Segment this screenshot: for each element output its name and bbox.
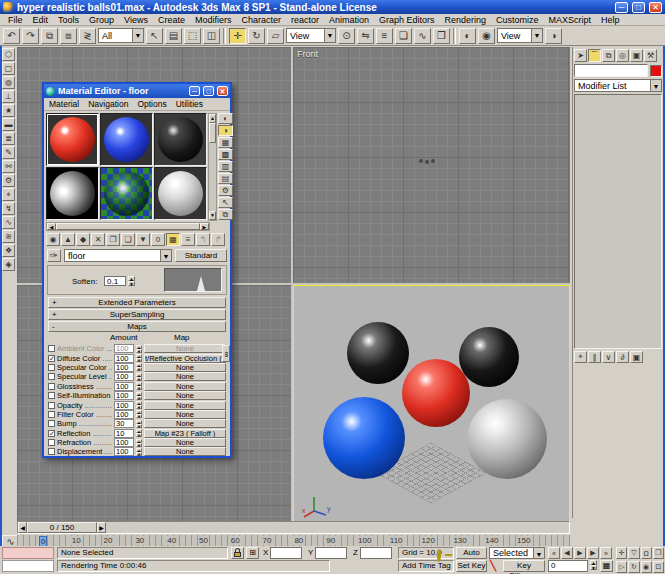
- material-type-button[interactable]: Standard: [175, 249, 227, 262]
- red-ball[interactable]: [402, 359, 470, 427]
- tool-diamond-icon[interactable]: ❖: [2, 244, 15, 257]
- minimize-button[interactable]: ─: [189, 86, 200, 96]
- amount-spinner[interactable]: ▲▼: [136, 373, 142, 381]
- modifier-list-combo[interactable]: Modifier List▼: [574, 79, 662, 92]
- amount-spinner[interactable]: ▲▼: [136, 448, 142, 456]
- show-map-in-viewport-icon[interactable]: ▦: [166, 233, 180, 246]
- menu-item[interactable]: Customize: [492, 15, 543, 25]
- undo-icon[interactable]: ↶: [3, 28, 20, 44]
- minimize-button[interactable]: ─: [615, 2, 628, 13]
- tool-waves-icon[interactable]: ≋: [2, 230, 15, 243]
- quick-render-icon[interactable]: ◑: [545, 28, 562, 44]
- tool-link-icon[interactable]: ⚯: [2, 160, 15, 173]
- gray-ball[interactable]: [467, 399, 547, 479]
- menu-item[interactable]: Graph Editors: [375, 15, 439, 25]
- map-slot-button[interactable]: None: [144, 438, 226, 447]
- select-and-link-icon[interactable]: ⧉: [41, 28, 58, 44]
- material-editor-icon[interactable]: ◐: [459, 28, 476, 44]
- sample-slot-lightgray[interactable]: [154, 167, 207, 220]
- tool-gear-icon[interactable]: ⚙: [2, 174, 15, 187]
- map-amount-field[interactable]: 100: [114, 447, 134, 456]
- material-options-icon[interactable]: ⚙: [218, 185, 233, 196]
- z-coordinate-field[interactable]: [360, 547, 392, 559]
- maxscript-mini-listener-white[interactable]: [2, 560, 54, 572]
- map-checkbox[interactable]: [48, 392, 55, 399]
- sample-uv-tiling-icon[interactable]: ▩: [218, 149, 233, 160]
- material-map-navigator-icon[interactable]: ⧉: [218, 209, 233, 220]
- layer-manager-icon[interactable]: ❏: [395, 28, 412, 44]
- map-slot-button[interactable]: None: [144, 410, 226, 419]
- show-end-result-icon[interactable]: ∥: [588, 351, 601, 363]
- go-to-start-button[interactable]: «: [548, 547, 560, 559]
- map-amount-field[interactable]: 100: [114, 372, 134, 381]
- select-by-name-icon[interactable]: ▤: [165, 28, 182, 44]
- scrollbar-thumb[interactable]: [209, 123, 216, 143]
- previous-frame-button[interactable]: ◀: [561, 547, 573, 559]
- show-end-result-icon[interactable]: ≡: [181, 233, 195, 246]
- rollout-bar[interactable]: +Extended Parameters: [48, 297, 226, 308]
- menu-item[interactable]: Group: [85, 15, 118, 25]
- scroll-down-icon[interactable]: ▼: [209, 211, 216, 220]
- menu-item[interactable]: Options: [137, 99, 166, 109]
- material-editor-titlebar[interactable]: Material Editor - floor ─ □ ✕: [44, 84, 230, 98]
- map-slot-button[interactable]: None: [144, 447, 226, 456]
- menu-item[interactable]: Animation: [325, 15, 373, 25]
- amount-spinner[interactable]: ▲▼: [136, 363, 142, 371]
- map-slot-button[interactable]: None: [144, 419, 226, 428]
- scrollbar-thumb[interactable]: [56, 223, 200, 230]
- amount-spinner[interactable]: ▲▼: [136, 345, 142, 353]
- chevron-down-icon[interactable]: ▼: [132, 29, 143, 42]
- map-checkbox[interactable]: [48, 402, 55, 409]
- put-to-library-icon[interactable]: ▼: [136, 233, 150, 246]
- sample-slot-red[interactable]: [46, 113, 99, 166]
- reset-map-icon[interactable]: ✕: [91, 233, 105, 246]
- chevron-down-icon[interactable]: ▼: [160, 250, 171, 261]
- scene-object-dot[interactable]: [425, 160, 429, 164]
- menu-item[interactable]: Views: [120, 15, 152, 25]
- schematic-view-icon[interactable]: ❒: [433, 28, 450, 44]
- scroll-right-icon[interactable]: ▶: [200, 223, 209, 230]
- make-unique-icon[interactable]: ∨: [602, 351, 615, 363]
- map-checkbox[interactable]: [48, 345, 55, 352]
- render-scene-icon[interactable]: ◉: [478, 28, 495, 44]
- map-amount-field[interactable]: 100: [114, 344, 134, 353]
- material-name-combo[interactable]: floor▼: [64, 249, 172, 262]
- maxscript-mini-listener-pink[interactable]: [2, 547, 54, 559]
- map-checkbox[interactable]: [48, 355, 55, 362]
- x-coordinate-field[interactable]: [270, 547, 302, 559]
- next-frame-button[interactable]: ▶: [587, 547, 599, 559]
- map-amount-field[interactable]: 10: [114, 429, 134, 438]
- menu-item[interactable]: Tools: [54, 15, 83, 25]
- scroll-up-icon[interactable]: ▲: [209, 114, 216, 123]
- remove-modifier-icon[interactable]: ∂: [616, 351, 629, 363]
- modifier-stack-list[interactable]: [574, 94, 662, 349]
- menu-item[interactable]: Create: [154, 15, 189, 25]
- select-and-rotate-icon[interactable]: ↻: [248, 28, 265, 44]
- map-amount-field[interactable]: 100: [114, 382, 134, 391]
- tool-plane-icon[interactable]: ▢: [2, 62, 15, 75]
- key-filters-button[interactable]: Key Filters...: [503, 560, 545, 572]
- tool-plumb-icon[interactable]: ⊥: [2, 90, 15, 103]
- amount-spinner[interactable]: ▲▼: [136, 354, 142, 362]
- tool-film-icon[interactable]: ▬: [2, 118, 15, 131]
- map-checkbox[interactable]: [48, 430, 55, 437]
- black-ball-left[interactable]: [347, 322, 409, 384]
- map-slot-button[interactable]: t/Reflective Occlusion (base) ): [144, 354, 226, 363]
- map-amount-field[interactable]: 100: [114, 354, 134, 363]
- selection-mode-combo[interactable]: Selected▼: [489, 547, 545, 559]
- chevron-down-icon[interactable]: ▼: [650, 80, 661, 91]
- min-max-toggle-icon[interactable]: ⊡: [653, 561, 664, 573]
- map-checkbox[interactable]: [48, 364, 55, 371]
- tool-target-icon[interactable]: ⌖: [2, 188, 15, 201]
- set-key-button[interactable]: Set Key: [456, 560, 487, 572]
- field-of-view-icon[interactable]: ▷: [616, 561, 627, 573]
- soften-field[interactable]: 0.1: [104, 276, 126, 286]
- bind-to-spacewarp-icon[interactable]: ≷: [79, 28, 96, 44]
- pan-icon[interactable]: ↻: [628, 561, 639, 573]
- map-amount-field[interactable]: 100: [114, 363, 134, 372]
- map-checkbox[interactable]: [48, 383, 55, 390]
- tool-wave-icon[interactable]: ∿: [2, 216, 15, 229]
- menu-item[interactable]: Help: [597, 15, 624, 25]
- backlight-icon[interactable]: ◑: [218, 125, 233, 136]
- perspective-viewport[interactable]: x y: [293, 285, 570, 526]
